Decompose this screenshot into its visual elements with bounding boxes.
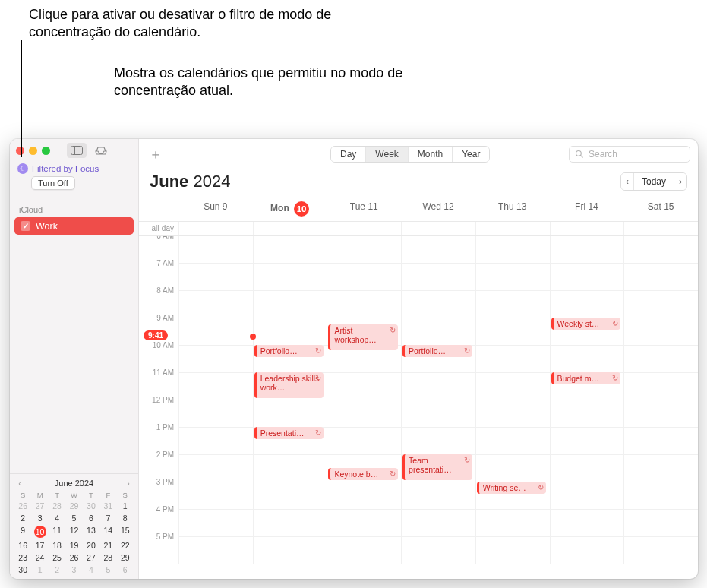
mini-day[interactable]: 26 [65,552,82,564]
time-cell[interactable] [401,427,475,454]
mini-day[interactable]: 3 [65,564,82,576]
time-grid[interactable]: 6 AM7 AM8 AM9 AM10 AM11 AM12 PM1 PM2 PM3… [139,236,698,579]
time-cell[interactable] [475,290,550,318]
today-button[interactable]: Today [633,173,674,190]
time-cell[interactable] [623,372,698,400]
view-day-button[interactable]: Day [331,147,365,162]
time-cell[interactable] [327,509,401,536]
time-cell[interactable] [401,509,475,536]
mini-day[interactable]: 7 [99,512,116,524]
mini-day[interactable]: 5 [99,564,116,576]
mini-day[interactable]: 27 [83,552,99,564]
checkbox-icon[interactable]: ✓ [21,221,30,231]
time-cell[interactable] [623,536,698,564]
time-cell[interactable] [178,290,253,318]
mini-day[interactable]: 19 [65,539,82,552]
time-cell[interactable] [327,427,401,454]
time-cell[interactable] [253,318,327,345]
focus-filter-label-row[interactable]: ☾ Filtered by Focus [17,163,134,174]
time-cell[interactable] [623,236,698,263]
mini-day[interactable]: 5 [65,512,82,524]
inbox-button[interactable] [91,143,111,158]
time-cell[interactable] [475,236,550,263]
calendar-event[interactable]: Leadership skills work…↻ [254,372,324,398]
mini-day[interactable]: 6 [83,512,99,524]
day-header-thu[interactable]: Thu 13 [475,197,550,221]
time-cell[interactable] [475,400,550,427]
day-header-sat[interactable]: Sat 15 [623,197,698,221]
close-icon[interactable] [16,147,24,155]
time-cell[interactable] [401,400,475,427]
time-cell[interactable] [550,263,624,290]
time-cell[interactable] [327,290,401,318]
calendar-event[interactable]: Artist workshop…↻ [328,324,398,350]
mini-day[interactable]: 26 [14,500,31,512]
time-cell[interactable] [401,536,475,564]
mini-day[interactable]: 16 [14,539,31,552]
mini-day[interactable]: 30 [83,500,99,512]
time-cell[interactable] [178,236,253,263]
add-event-button[interactable]: ＋ [147,145,165,163]
mini-day[interactable]: 22 [117,539,134,552]
mini-day[interactable]: 6 [117,564,134,576]
time-cell[interactable] [401,482,475,509]
calendar-event[interactable]: Team presentati…↻ [402,454,472,480]
time-cell[interactable] [623,482,698,509]
mini-day[interactable]: 28 [99,552,116,564]
mini-day[interactable]: 11 [49,524,65,539]
time-cell[interactable] [178,372,253,400]
view-week-button[interactable]: Week [365,147,407,162]
time-cell[interactable] [475,318,550,345]
calendar-event[interactable]: Weekly st…↻ [551,318,621,330]
mini-day[interactable]: 1 [117,500,134,512]
sidebar-toggle-button[interactable] [67,143,87,158]
mini-day[interactable]: 4 [83,564,99,576]
time-cell[interactable] [475,263,550,290]
mini-day[interactable]: 14 [99,524,116,539]
time-cell[interactable] [401,318,475,345]
time-cell[interactable] [475,536,550,564]
calendar-event[interactable]: Presentati…↻ [254,427,324,439]
calendar-event[interactable]: Writing se…↻ [477,482,547,494]
turn-off-button[interactable]: Turn Off [31,176,75,190]
time-cell[interactable] [550,536,624,564]
time-cell[interactable] [475,345,550,372]
time-cell[interactable] [550,454,624,482]
time-cell[interactable] [401,290,475,318]
mini-day[interactable]: 28 [49,500,65,512]
mini-day[interactable]: 15 [117,524,134,539]
time-cell[interactable] [178,509,253,536]
time-cell[interactable] [178,345,253,372]
time-cell[interactable] [401,236,475,263]
mini-day[interactable]: 9 [14,524,31,539]
time-cell[interactable] [401,263,475,290]
time-cell[interactable] [550,290,624,318]
time-cell[interactable] [327,536,401,564]
time-cell[interactable] [253,263,327,290]
time-cell[interactable] [623,318,698,345]
time-cell[interactable] [550,509,624,536]
time-cell[interactable] [475,372,550,400]
mini-day[interactable]: 1 [31,564,48,576]
mini-day[interactable]: 10 [31,524,48,539]
time-cell[interactable] [178,536,253,564]
mini-day[interactable]: 8 [117,512,134,524]
calendar-event[interactable]: Portfolio…↻ [254,345,324,357]
time-cell[interactable] [253,400,327,427]
day-header-fri[interactable]: Fri 14 [550,197,624,221]
mini-day[interactable]: 17 [31,539,48,552]
time-cell[interactable] [623,290,698,318]
day-header-wed[interactable]: Wed 12 [401,197,475,221]
calendar-item-work[interactable]: ✓ Work [14,217,134,235]
day-header-tue[interactable]: Tue 11 [327,197,401,221]
time-cell[interactable] [178,454,253,482]
mini-day[interactable]: 24 [31,552,48,564]
calendar-event[interactable]: Portfolio…↻ [402,345,472,357]
mini-day[interactable]: 31 [99,500,116,512]
time-cell[interactable] [623,454,698,482]
time-cell[interactable] [623,400,698,427]
mini-day[interactable]: 30 [14,564,31,576]
time-cell[interactable] [253,482,327,509]
time-cell[interactable] [253,536,327,564]
mini-day[interactable]: 2 [14,512,31,524]
